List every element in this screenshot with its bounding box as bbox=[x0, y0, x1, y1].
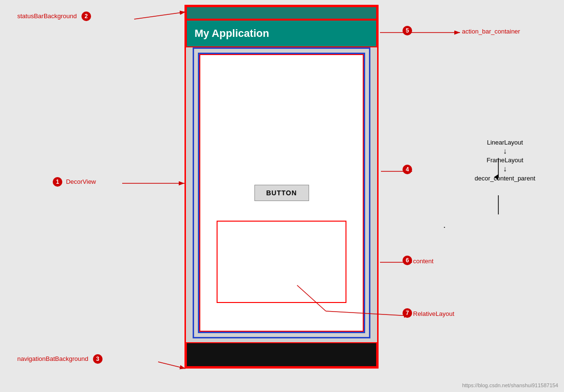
svg-line-4 bbox=[158, 362, 185, 369]
annotation-statusbar: statusBarBackground 2 bbox=[17, 11, 91, 21]
relative-layout bbox=[217, 221, 346, 303]
annotation-7-circle: 7 bbox=[403, 308, 414, 318]
annotation-6-circle: 6 bbox=[403, 256, 414, 265]
annotation-actionbar: action_bar_container 5 bbox=[462, 28, 520, 35]
annotation-number-5b: 5 bbox=[403, 26, 412, 35]
annotation-linearlayout-marker: 4 bbox=[403, 165, 414, 174]
main-button[interactable]: BUTTON bbox=[254, 185, 309, 201]
annotation-relativelayout: RelativeLayout bbox=[413, 310, 454, 317]
svg-line-3 bbox=[134, 12, 185, 19]
annotation-number-4: 4 bbox=[403, 165, 412, 174]
annotation-navbar: navigationBatBackground 3 bbox=[17, 354, 103, 364]
hierarchy-linearlayout: LinearLayout bbox=[475, 139, 535, 146]
action-bar-container: My Application bbox=[186, 20, 377, 47]
linear-layout: BUTTON bbox=[193, 47, 370, 338]
annotation-decorview: 1 DecorView bbox=[53, 177, 96, 187]
hierarchy-decor-content: decor_content_parent bbox=[475, 175, 535, 182]
hierarchy-arrow-2: ↓ bbox=[475, 164, 535, 174]
decor-view: My Application BUTTON bbox=[184, 5, 379, 369]
hierarchy-framelayout: FrameLayout bbox=[475, 157, 535, 164]
frame-layout: BUTTON bbox=[198, 53, 365, 333]
navigation-bar-background bbox=[186, 342, 377, 367]
annotation-number-3: 3 bbox=[93, 354, 103, 364]
annotation-content: content bbox=[413, 258, 434, 265]
hierarchy-arrow-1: ↓ bbox=[475, 146, 535, 157]
annotation-5-circle: 5 bbox=[403, 26, 414, 35]
annotation-number-2: 2 bbox=[81, 11, 91, 21]
content-area: BUTTON bbox=[199, 54, 364, 332]
status-bar-background bbox=[186, 6, 377, 20]
watermark: https://blog.csdn.net/shanshui911587154 bbox=[462, 382, 558, 388]
dot-separator: . bbox=[443, 220, 446, 230]
app-title: My Application bbox=[195, 27, 269, 40]
phone-wrapper: My Application BUTTON bbox=[184, 5, 379, 369]
annotation-number-6: 6 bbox=[403, 256, 412, 265]
hierarchy-block: LinearLayout ↓ FrameLayout ↓ decor_conte… bbox=[475, 139, 535, 182]
annotation-number-7: 7 bbox=[403, 308, 412, 318]
annotation-number-1: 1 bbox=[53, 177, 62, 187]
